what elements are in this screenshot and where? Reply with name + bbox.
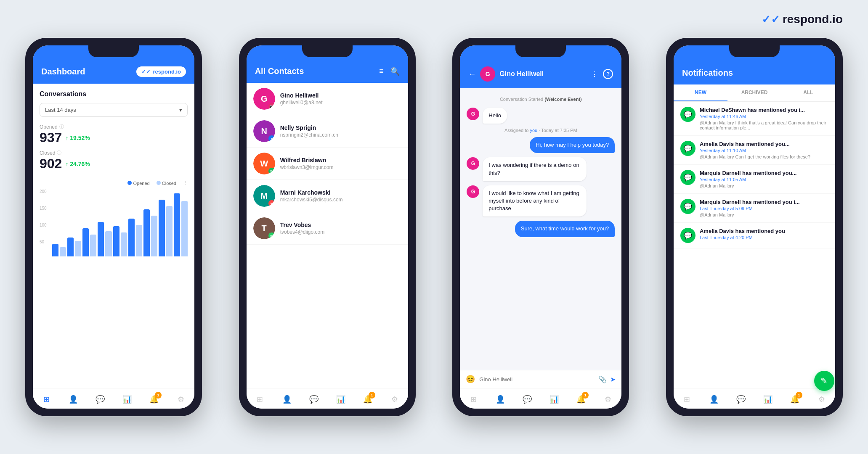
- chart-options-icon[interactable]: ⋮: [183, 180, 188, 186]
- opened-value: 937: [40, 130, 62, 145]
- msg-sent-1: Hi, how may I help you today?: [530, 137, 615, 153]
- nav-ch-settings[interactable]: ⚙: [602, 393, 614, 405]
- badge-text: respond.io: [153, 69, 181, 75]
- back-button[interactable]: ←: [468, 70, 476, 79]
- closed-value: 902: [40, 156, 62, 172]
- nav-c-contacts[interactable]: 👤: [281, 393, 293, 405]
- contact-name-1: Nelly Sprigin: [280, 124, 401, 131]
- respond-badge[interactable]: ✓✓ respond.io: [136, 66, 186, 77]
- notification-item-0[interactable]: 💬 Michael DeShawn has mentioned you i...…: [674, 102, 835, 136]
- nav-c-notifications[interactable]: 🔔 1: [362, 393, 374, 405]
- chat-input-icons: 📎 ➤: [598, 375, 616, 383]
- notif-text-2: @Adrian Mallory: [700, 183, 828, 188]
- info-icon[interactable]: ?: [603, 69, 613, 79]
- notification-item-3[interactable]: 💬 Marquis Darnell has mentioned you i...…: [674, 194, 835, 223]
- nav-notifications[interactable]: 🔔 1: [148, 393, 160, 405]
- nav-ch-dashboard[interactable]: ⊞: [467, 393, 479, 405]
- emoji-icon[interactable]: 😊: [466, 375, 475, 384]
- msg-bubble-demo: I was wondering if there is a demo on th…: [483, 157, 586, 181]
- bar-16: [166, 206, 173, 256]
- y-axis: 20015010050: [40, 189, 47, 256]
- phone-notifications: Notifications NEW ARCHIVED ALL 💬 Michael…: [666, 38, 843, 416]
- nav-analytics[interactable]: 📊: [121, 393, 133, 405]
- contact-avatar-1: N f: [253, 120, 275, 142]
- notif-icon-4: 💬: [680, 228, 695, 243]
- notch-2: [302, 45, 353, 57]
- bar-17: [174, 193, 180, 256]
- help-icon-2: ⓘ: [57, 150, 61, 156]
- more-options-icon[interactable]: ⋮: [591, 70, 598, 78]
- tab-new[interactable]: NEW: [674, 84, 727, 101]
- filter-icon[interactable]: ≡: [379, 67, 384, 76]
- bottom-nav-2: ⊞ 👤 💬 📊 🔔 1 ⚙: [247, 388, 408, 409]
- notif-title-3: Marquis Darnell has mentioned you i...: [700, 199, 828, 205]
- contact-email-0: ghelliwell0@a8.net: [280, 100, 401, 106]
- notification-item-1[interactable]: 💬 Amelia Davis has mentioned you... Yest…: [674, 136, 835, 165]
- date-select[interactable]: Last 14 days ▾: [40, 103, 188, 117]
- bar-3: [67, 238, 74, 256]
- bar-14: [151, 216, 157, 257]
- bottom-nav-1: ⊞ 👤 💬 📊 🔔 1 ⚙: [33, 388, 194, 409]
- notifications-list: 💬 Michael DeShawn has mentioned you i...…: [674, 102, 835, 388]
- nav-chat[interactable]: 💬: [94, 393, 106, 405]
- nav-c-dashboard[interactable]: ⊞: [254, 393, 266, 405]
- nav-n-chat[interactable]: 💬: [735, 393, 747, 405]
- notif-title-4: Amelia Davis has mentioned you: [700, 228, 828, 234]
- contact-info-3: Marni Karchowski mkarchowski5@disqus.com: [280, 189, 401, 203]
- chat-avatar: G: [480, 66, 495, 82]
- phone-chat: ← G Gino Helliwell ⋮ ? Conversation Star…: [452, 38, 629, 416]
- notification-badge-4: 1: [796, 392, 802, 399]
- bar-12: [136, 225, 142, 256]
- notif-time-4: Last Thursday at 4:20 PM: [700, 235, 828, 240]
- msg-demo: G I was wondering if there is a demo on …: [467, 157, 615, 181]
- contact-item-0[interactable]: G 📷 Gino Helliwell ghelliwell0@a8.net: [247, 83, 408, 115]
- chat-input-field[interactable]: [479, 376, 594, 383]
- nav-ch-chat[interactable]: 💬: [521, 393, 533, 405]
- tab-archived[interactable]: ARCHIVED: [727, 84, 781, 101]
- contact-item-1[interactable]: N f Nelly Sprigin nspringin2@china.com.c…: [247, 115, 408, 148]
- nav-ch-analytics[interactable]: 📊: [548, 393, 560, 405]
- contact-name-4: Trev Vobes: [280, 222, 401, 228]
- contact-item-3[interactable]: M ✉ Marni Karchowski mkarchowski5@disqus…: [247, 180, 408, 212]
- nav-ch-notifications[interactable]: 🔔 1: [575, 393, 587, 405]
- notif-time-2: Yesterday at 11:05 AM: [700, 177, 828, 182]
- tab-all[interactable]: ALL: [781, 84, 835, 101]
- nav-settings[interactable]: ⚙: [175, 393, 187, 405]
- nav-n-notifications[interactable]: 🔔 1: [789, 393, 801, 405]
- nav-dashboard[interactable]: ⊞: [40, 393, 52, 405]
- notif-icon-0: 💬: [680, 107, 695, 122]
- contacts-list: G 📷 Gino Helliwell ghelliwell0@a8.net N …: [247, 83, 408, 388]
- notif-time-3: Last Thursday at 5:09 PM: [700, 206, 828, 211]
- contact-item-2[interactable]: W W Wilfred Brislawn wbrislawn3@imgur.co…: [247, 148, 408, 180]
- fab-button[interactable]: ✎: [814, 371, 834, 391]
- nav-c-chat[interactable]: 💬: [308, 393, 320, 405]
- contact-info-2: Wilfred Brislawn wbrislawn3@imgur.com: [280, 157, 401, 170]
- notif-content-4: Amelia Davis has mentioned you Last Thur…: [700, 228, 828, 241]
- nav-c-settings[interactable]: ⚙: [389, 393, 401, 405]
- nav-contacts[interactable]: 👤: [67, 393, 79, 405]
- attachment-icon[interactable]: 📎: [598, 375, 607, 383]
- bar-15: [159, 200, 165, 256]
- logo-text: respond.io: [783, 13, 843, 26]
- notif-text-3: @Adrian Mallory: [700, 212, 828, 217]
- nav-c-analytics[interactable]: 📊: [335, 393, 347, 405]
- msg-sent-2: Sure, what time would work for you?: [515, 221, 615, 237]
- nav-n-dashboard[interactable]: ⊞: [681, 393, 693, 405]
- notifications-title: Notifications: [682, 68, 827, 78]
- notification-item-2[interactable]: 💬 Marquis Darnell has mentioned you... Y…: [674, 165, 835, 194]
- nav-n-contacts[interactable]: 👤: [708, 393, 720, 405]
- nav-ch-contacts[interactable]: 👤: [494, 393, 506, 405]
- notif-time-1: Yesterday at 11:10 AM: [700, 148, 828, 153]
- nav-n-settings[interactable]: ⚙: [816, 393, 828, 405]
- nav-n-analytics[interactable]: 📊: [762, 393, 774, 405]
- send-icon[interactable]: ➤: [610, 375, 616, 383]
- bar-9: [113, 226, 119, 256]
- notification-item-4[interactable]: 💬 Amelia Davis has mentioned you Last Th…: [674, 223, 835, 248]
- search-icon[interactable]: 🔍: [390, 67, 400, 76]
- contact-info-1: Nelly Sprigin nspringin2@china.com.cn: [280, 124, 401, 138]
- bar-2: [60, 247, 66, 257]
- contact-item-4[interactable]: T W Trev Vobes tvobes4@diigo.com: [247, 212, 408, 245]
- chart-bars: 20015010050: [40, 189, 188, 256]
- chat-input-area: 😊 📎 ➤: [460, 370, 621, 388]
- msg-hello: G Hello: [467, 108, 615, 124]
